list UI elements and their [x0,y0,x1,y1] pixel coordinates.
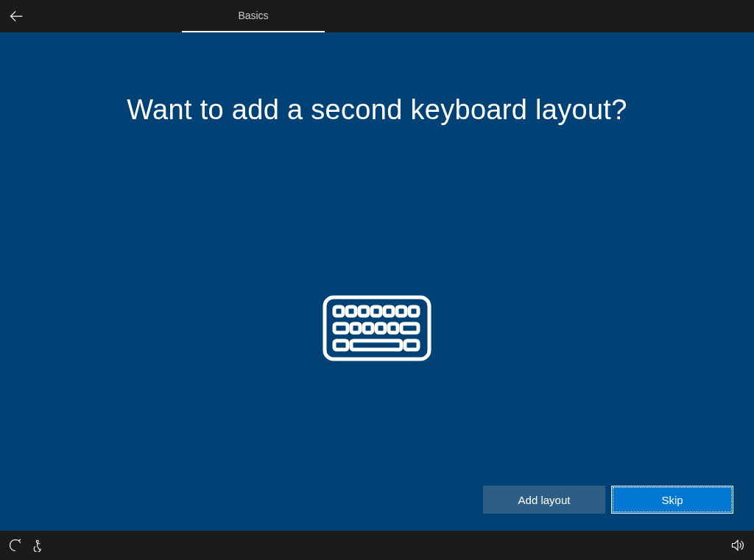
skip-label: Skip [661,494,683,506]
svg-rect-10 [364,324,373,333]
back-arrow-icon [9,9,24,24]
svg-rect-6 [397,307,406,316]
action-buttons: Add layout Skip [483,486,733,514]
svg-rect-9 [351,324,360,333]
tab-label: Basics [238,10,268,21]
svg-rect-13 [401,324,418,333]
footer-bar [0,531,754,560]
tab-basics[interactable]: Basics [182,0,325,32]
svg-rect-4 [372,307,381,316]
page-title: Want to add a second keyboard layout? [0,32,754,126]
svg-rect-14 [334,341,348,350]
svg-rect-7 [409,307,418,316]
svg-point-17 [36,540,38,542]
svg-rect-11 [376,324,385,333]
back-button[interactable] [0,0,32,32]
add-layout-label: Add layout [518,494,571,506]
footer-left-icons [9,539,46,552]
footer-right-icons [730,538,745,553]
svg-rect-1 [334,307,343,316]
volume-icon[interactable] [730,538,745,553]
main-content: Want to add a second keyboard layout? [0,32,754,531]
svg-rect-12 [389,324,398,333]
add-layout-button[interactable]: Add layout [483,486,605,514]
svg-rect-16 [405,341,418,350]
svg-rect-5 [384,307,393,316]
svg-rect-3 [359,307,368,316]
header-bar: Basics [0,0,754,32]
skip-button[interactable]: Skip [611,486,733,514]
svg-rect-15 [351,341,401,350]
accessibility-icon[interactable] [32,539,46,552]
keyboard-icon [322,294,432,365]
svg-rect-2 [347,307,356,316]
ease-of-access-icon[interactable] [9,539,22,552]
svg-rect-8 [334,324,348,333]
